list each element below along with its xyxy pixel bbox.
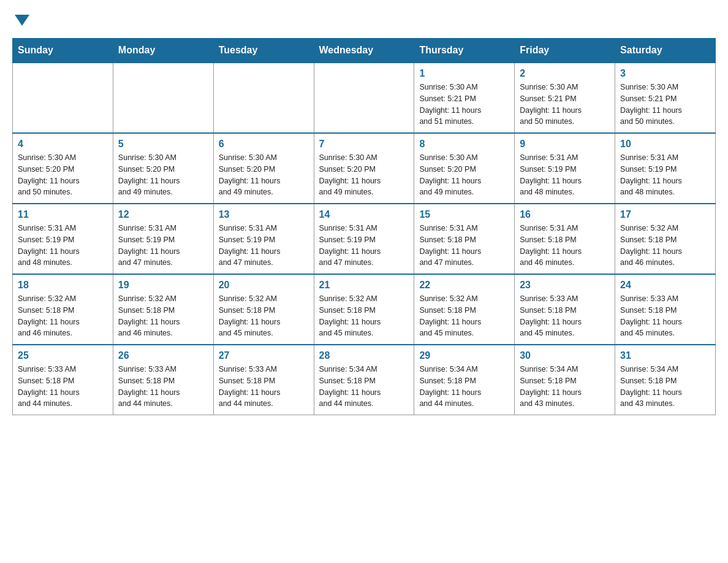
day-number: 8 [419,139,509,150]
calendar-cell: 8Sunrise: 5:30 AM Sunset: 5:20 PM Daylig… [414,133,515,204]
day-info: Sunrise: 5:32 AM Sunset: 5:18 PM Dayligh… [620,223,710,269]
day-info: Sunrise: 5:30 AM Sunset: 5:21 PM Dayligh… [419,82,509,128]
calendar-cell: 17Sunrise: 5:32 AM Sunset: 5:18 PM Dayli… [615,204,716,274]
day-number: 7 [319,139,409,150]
week-row-2: 4Sunrise: 5:30 AM Sunset: 5:20 PM Daylig… [13,133,716,204]
calendar-cell: 16Sunrise: 5:31 AM Sunset: 5:18 PM Dayli… [515,204,615,274]
weekday-header-wednesday: Wednesday [314,39,414,63]
day-info: Sunrise: 5:34 AM Sunset: 5:18 PM Dayligh… [319,364,409,410]
calendar-cell: 6Sunrise: 5:30 AM Sunset: 5:20 PM Daylig… [213,133,314,204]
day-number: 5 [118,139,208,150]
calendar-cell: 14Sunrise: 5:31 AM Sunset: 5:19 PM Dayli… [314,204,414,274]
weekday-header-monday: Monday [113,39,213,63]
day-number: 24 [620,280,710,291]
calendar-cell: 30Sunrise: 5:34 AM Sunset: 5:18 PM Dayli… [515,345,615,415]
day-info: Sunrise: 5:34 AM Sunset: 5:18 PM Dayligh… [419,364,509,410]
calendar-cell [13,63,113,133]
day-info: Sunrise: 5:34 AM Sunset: 5:18 PM Dayligh… [520,364,610,410]
day-info: Sunrise: 5:32 AM Sunset: 5:18 PM Dayligh… [419,293,509,339]
day-info: Sunrise: 5:32 AM Sunset: 5:18 PM Dayligh… [118,293,208,339]
day-info: Sunrise: 5:30 AM Sunset: 5:20 PM Dayligh… [419,152,509,198]
day-info: Sunrise: 5:30 AM Sunset: 5:20 PM Dayligh… [118,152,208,198]
weekday-header-saturday: Saturday [615,39,716,63]
day-info: Sunrise: 5:31 AM Sunset: 5:19 PM Dayligh… [118,223,208,269]
calendar-cell: 9Sunrise: 5:31 AM Sunset: 5:19 PM Daylig… [515,133,615,204]
day-number: 3 [620,68,710,79]
day-number: 1 [419,68,509,79]
day-number: 15 [419,209,509,220]
day-number: 25 [18,350,108,361]
calendar-cell: 3Sunrise: 5:30 AM Sunset: 5:21 PM Daylig… [615,63,716,133]
day-info: Sunrise: 5:31 AM Sunset: 5:19 PM Dayligh… [620,152,710,198]
day-info: Sunrise: 5:30 AM Sunset: 5:20 PM Dayligh… [319,152,409,198]
calendar-cell: 28Sunrise: 5:34 AM Sunset: 5:18 PM Dayli… [314,345,414,415]
day-number: 19 [118,280,208,291]
day-info: Sunrise: 5:32 AM Sunset: 5:18 PM Dayligh… [219,293,309,339]
day-number: 23 [520,280,610,291]
day-number: 13 [219,209,309,220]
calendar-cell: 7Sunrise: 5:30 AM Sunset: 5:20 PM Daylig… [314,133,414,204]
calendar-cell: 1Sunrise: 5:30 AM Sunset: 5:21 PM Daylig… [414,63,515,133]
day-number: 6 [219,139,309,150]
day-info: Sunrise: 5:31 AM Sunset: 5:19 PM Dayligh… [520,152,610,198]
weekday-header-thursday: Thursday [414,39,515,63]
day-info: Sunrise: 5:32 AM Sunset: 5:18 PM Dayligh… [319,293,409,339]
weekday-header-sunday: Sunday [13,39,113,63]
day-number: 22 [419,280,509,291]
day-number: 18 [18,280,108,291]
day-number: 4 [18,139,108,150]
calendar-cell: 29Sunrise: 5:34 AM Sunset: 5:18 PM Dayli… [414,345,515,415]
day-info: Sunrise: 5:33 AM Sunset: 5:18 PM Dayligh… [520,293,610,339]
calendar-cell: 26Sunrise: 5:33 AM Sunset: 5:18 PM Dayli… [113,345,213,415]
day-number: 28 [319,350,409,361]
day-info: Sunrise: 5:30 AM Sunset: 5:20 PM Dayligh… [219,152,309,198]
week-row-5: 25Sunrise: 5:33 AM Sunset: 5:18 PM Dayli… [13,345,716,415]
calendar-cell: 15Sunrise: 5:31 AM Sunset: 5:18 PM Dayli… [414,204,515,274]
calendar-cell: 27Sunrise: 5:33 AM Sunset: 5:18 PM Dayli… [213,345,314,415]
calendar-cell: 13Sunrise: 5:31 AM Sunset: 5:19 PM Dayli… [213,204,314,274]
day-number: 21 [319,280,409,291]
day-info: Sunrise: 5:33 AM Sunset: 5:18 PM Dayligh… [219,364,309,410]
day-number: 2 [520,68,610,79]
calendar-cell: 21Sunrise: 5:32 AM Sunset: 5:18 PM Dayli… [314,274,414,345]
logo-arrow-icon [15,15,29,26]
day-info: Sunrise: 5:30 AM Sunset: 5:20 PM Dayligh… [18,152,108,198]
calendar-cell: 12Sunrise: 5:31 AM Sunset: 5:19 PM Dayli… [113,204,213,274]
day-number: 11 [18,209,108,220]
day-number: 17 [620,209,710,220]
calendar-cell [113,63,213,133]
week-row-1: 1Sunrise: 5:30 AM Sunset: 5:21 PM Daylig… [13,63,716,133]
calendar-cell: 22Sunrise: 5:32 AM Sunset: 5:18 PM Dayli… [414,274,515,345]
day-info: Sunrise: 5:33 AM Sunset: 5:18 PM Dayligh… [118,364,208,410]
calendar-cell: 5Sunrise: 5:30 AM Sunset: 5:20 PM Daylig… [113,133,213,204]
calendar-cell: 4Sunrise: 5:30 AM Sunset: 5:20 PM Daylig… [13,133,113,204]
day-info: Sunrise: 5:33 AM Sunset: 5:18 PM Dayligh… [620,293,710,339]
day-info: Sunrise: 5:31 AM Sunset: 5:18 PM Dayligh… [419,223,509,269]
calendar-cell: 19Sunrise: 5:32 AM Sunset: 5:18 PM Dayli… [113,274,213,345]
week-row-4: 18Sunrise: 5:32 AM Sunset: 5:18 PM Dayli… [13,274,716,345]
calendar-cell: 24Sunrise: 5:33 AM Sunset: 5:18 PM Dayli… [615,274,716,345]
calendar-cell [314,63,414,133]
day-number: 14 [319,209,409,220]
day-info: Sunrise: 5:31 AM Sunset: 5:19 PM Dayligh… [319,223,409,269]
calendar-cell: 2Sunrise: 5:30 AM Sunset: 5:21 PM Daylig… [515,63,615,133]
weekday-header-tuesday: Tuesday [213,39,314,63]
logo [12,12,29,26]
day-info: Sunrise: 5:33 AM Sunset: 5:18 PM Dayligh… [18,364,108,410]
calendar-cell: 31Sunrise: 5:34 AM Sunset: 5:18 PM Dayli… [615,345,716,415]
calendar-table: SundayMondayTuesdayWednesdayThursdayFrid… [12,38,716,415]
day-info: Sunrise: 5:30 AM Sunset: 5:21 PM Dayligh… [620,82,710,128]
calendar-cell: 11Sunrise: 5:31 AM Sunset: 5:19 PM Dayli… [13,204,113,274]
day-number: 27 [219,350,309,361]
day-number: 10 [620,139,710,150]
weekday-header-row: SundayMondayTuesdayWednesdayThursdayFrid… [13,39,716,63]
day-number: 12 [118,209,208,220]
day-number: 30 [520,350,610,361]
day-info: Sunrise: 5:31 AM Sunset: 5:19 PM Dayligh… [18,223,108,269]
day-info: Sunrise: 5:31 AM Sunset: 5:18 PM Dayligh… [520,223,610,269]
day-number: 26 [118,350,208,361]
day-number: 29 [419,350,509,361]
day-info: Sunrise: 5:32 AM Sunset: 5:18 PM Dayligh… [18,293,108,339]
weekday-header-friday: Friday [515,39,615,63]
day-number: 16 [520,209,610,220]
